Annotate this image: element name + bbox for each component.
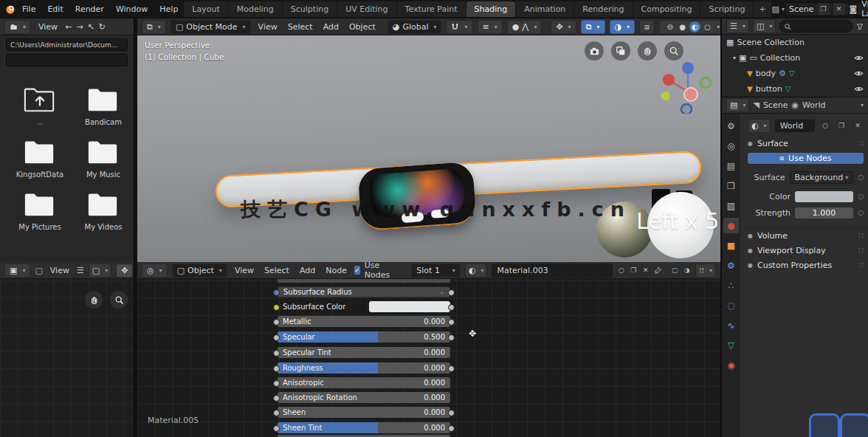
image-datablock-dropdown[interactable]: ▢▾	[89, 264, 111, 278]
tab-modifiers[interactable]: ⚙	[723, 258, 739, 273]
socket-metallic[interactable]	[273, 319, 280, 326]
overlay-node-button[interactable]: ◑	[683, 264, 691, 276]
tab-object-data[interactable]: ▽	[723, 337, 739, 353]
breadcrumb-chevron[interactable]: ▾	[861, 102, 864, 109]
node-input-roughness[interactable]: Roughness0.000	[278, 362, 450, 374]
editor-type-3d-viewport-button[interactable]: ⧉▾	[142, 20, 166, 34]
surface-panel-header[interactable]: ● Surface ∷	[740, 136, 868, 151]
socket-subsurface-radius[interactable]	[273, 289, 280, 296]
folder-item-kingsoftdata[interactable]: KingsoftData	[10, 137, 69, 179]
menu-render[interactable]: Render	[69, 2, 110, 16]
material-datablock-dropdown[interactable]: ◐▾	[465, 264, 488, 278]
socket-right[interactable]	[448, 365, 455, 372]
socket-sheen[interactable]	[273, 410, 280, 416]
tab-constraints[interactable]: ∿	[723, 317, 739, 333]
filter-funnel-icon[interactable]	[856, 23, 864, 30]
gizmo-y-axis[interactable]	[700, 78, 711, 88]
image-view-menu[interactable]: View	[47, 266, 72, 275]
tab-particles[interactable]: ∴	[723, 278, 739, 293]
menu-file[interactable]: File	[16, 2, 41, 16]
socket-roughness[interactable]	[273, 365, 280, 372]
node-input-subsurface-radius[interactable]: Subsurface Radius⌄	[278, 286, 450, 297]
axis-gizmo[interactable]	[658, 58, 714, 114]
node-input-specular-tint[interactable]: Specular Tint0.000	[278, 347, 450, 358]
directory-path-field[interactable]: C:\Users\Administrator\Docum...	[6, 38, 128, 51]
unlink-scene-button[interactable]: ✕	[833, 3, 845, 15]
folder-item-bandicam[interactable]: Bandicam	[74, 84, 133, 126]
unlink-world-button[interactable]: ✕	[852, 120, 864, 131]
viewport-view-menu[interactable]: View	[255, 22, 280, 32]
socket-specular[interactable]	[273, 334, 280, 341]
tab-texture-paint[interactable]: Texture Paint	[397, 1, 466, 17]
snap-dropdown[interactable]: ▾	[446, 20, 472, 34]
pin-icon[interactable]	[654, 266, 662, 275]
outliner-row-button[interactable]: ▼ button ▽	[722, 81, 868, 97]
shading-solid-button[interactable]: ●	[677, 21, 688, 32]
shading-material-preview-button[interactable]: ◐	[689, 21, 700, 32]
tab-object[interactable]: ■	[723, 238, 739, 253]
file-name-field[interactable]	[6, 54, 128, 66]
pan-view-button[interactable]	[638, 41, 657, 61]
node-input-sheen[interactable]: Sheen0.000	[278, 407, 450, 418]
new-world-button[interactable]: ❐	[836, 120, 847, 131]
folder-item-my-music[interactable]: My Music	[74, 137, 133, 179]
proportional-editing-group[interactable]: ● ⋀ ▾	[507, 20, 542, 34]
parent-directory-icon[interactable]: ↖	[88, 22, 94, 32]
folder-item-my-videos[interactable]: My Videos	[74, 189, 133, 231]
forward-icon[interactable]: →	[76, 22, 83, 32]
use-nodes-button[interactable]: ⧈ Use Nodes	[748, 153, 864, 164]
camera-view-button[interactable]	[585, 41, 604, 61]
viewport-3d[interactable]: User Perspective (1) Collection | Cube	[137, 35, 720, 262]
editor-type-properties-button[interactable]: ▤▾	[726, 98, 749, 112]
outliner-row-scene-collection[interactable]: ▦ Scene Collection	[722, 35, 868, 50]
active-tool-move-button[interactable]: ✥	[116, 264, 133, 278]
world-datablock-dropdown[interactable]: ◐▾	[748, 119, 771, 133]
node-input-anisotropic-rotation[interactable]: Anisotropic Rotation0.000	[278, 392, 450, 403]
tab-output[interactable]: ▤	[723, 158, 739, 173]
outliner-display-mode-dropdown[interactable]: ☰▾	[726, 19, 749, 33]
visibility-eye-icon[interactable]	[854, 53, 864, 65]
xray-toggle[interactable]: ⧈	[639, 20, 655, 34]
active-tool-dropdown[interactable]: ✥▾	[551, 20, 576, 34]
viewport-select-menu[interactable]: Select	[285, 22, 316, 32]
folder-item-my-pictures[interactable]: My Pictures	[10, 189, 69, 231]
tab-world[interactable]: ●	[723, 218, 739, 233]
gizmo-minus-x-axis[interactable]	[684, 88, 698, 101]
tab-scripting[interactable]: Scripting	[700, 1, 754, 17]
shading-rendered-button[interactable]: ○	[702, 21, 713, 32]
tab-physics[interactable]: ◌	[723, 297, 739, 313]
collection-checkbox-icon[interactable]: ▣	[739, 53, 746, 63]
volume-panel-header[interactable]: ● Volume ∷	[740, 228, 868, 243]
snap-target-dropdown[interactable]: ≡▾	[478, 20, 503, 34]
scene-selector[interactable]: Scene ❐ ✕	[785, 2, 850, 16]
outliner-row-collection[interactable]: ▾ ▣ ▭ Collection	[722, 50, 868, 66]
tab-layout[interactable]: Layout	[184, 1, 228, 17]
file-browser-view-menu[interactable]: View	[35, 22, 61, 32]
pan-view-button[interactable]	[85, 291, 103, 309]
node-input-specular[interactable]: Specular0.500	[278, 331, 450, 343]
animate-decorator-icon[interactable]: ○	[858, 193, 864, 200]
menu-edit[interactable]: Edit	[41, 2, 69, 16]
shading-options-chevron[interactable]: ▾	[717, 24, 720, 30]
custom-properties-panel-header[interactable]: ● Custom Properties ∷	[740, 258, 868, 272]
socket-right[interactable]	[448, 304, 455, 311]
use-nodes-checkbox-label[interactable]: Use Nodes	[365, 261, 393, 280]
tab-view-layer[interactable]: ❐	[723, 178, 739, 193]
zoom-view-button[interactable]	[110, 291, 128, 309]
overlays-toggle[interactable]: ◑▾	[610, 20, 636, 34]
folder-item-parent[interactable]: ..	[10, 84, 69, 126]
refresh-icon[interactable]: ↻	[99, 22, 106, 32]
tab-animation[interactable]: Animation	[516, 1, 574, 17]
socket-anisotropic-rotation[interactable]	[273, 395, 280, 402]
visibility-eye-icon[interactable]	[854, 84, 864, 96]
outliner-search-input[interactable]	[779, 20, 852, 32]
socket-right[interactable]	[448, 319, 455, 326]
toggle-ortho-button[interactable]	[611, 41, 630, 61]
outliner-filter-dropdown[interactable]: ◫▾	[753, 19, 776, 33]
world-name-field[interactable]: World	[775, 120, 815, 132]
tab-sculpting[interactable]: Sculpting	[283, 1, 337, 17]
fake-user-button[interactable]: ○	[617, 264, 625, 276]
view-layer-selector[interactable]: View Layer ❐	[857, 2, 868, 16]
blender-logo-icon[interactable]	[4, 3, 16, 15]
socket-right[interactable]	[448, 425, 455, 432]
